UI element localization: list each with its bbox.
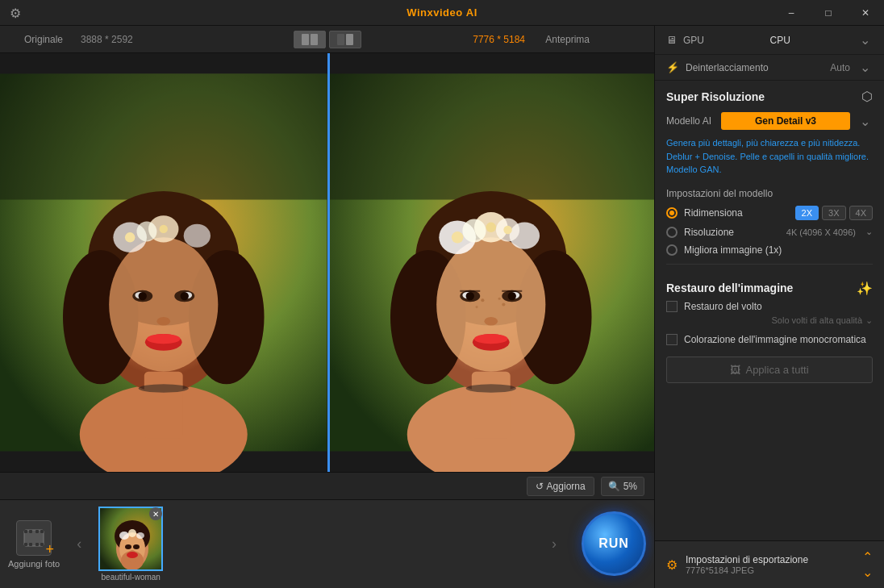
enhanced-panel	[327, 53, 655, 472]
maximize-button[interactable]: □	[810, 0, 847, 26]
export-info: Impostazioni di esportazione 7776*5184 J…	[686, 554, 854, 575]
apply-label: Applica a tutti	[745, 364, 808, 376]
model-dropdown[interactable]: ⌄	[857, 114, 873, 129]
hardware-row: 🖥 GPU CPU ⌄	[655, 26, 884, 55]
export-dims: 7776*5184 JPEG	[686, 565, 854, 575]
svg-point-28	[139, 384, 189, 392]
toggle-split-view[interactable]	[294, 31, 326, 48]
svg-rect-65	[35, 530, 39, 533]
migliora-label: Migliora immagine (1x)	[684, 244, 873, 256]
hardware-dropdown[interactable]: ⌄	[857, 32, 873, 48]
deinterlace-icon: ⚡	[666, 61, 679, 73]
expand-icon[interactable]: ⬡	[861, 89, 873, 104]
risoluzione-radio[interactable]	[666, 227, 678, 238]
deinterlace-label: Deinterlacciamento	[686, 62, 824, 73]
scale-3x-button[interactable]: 3X	[822, 206, 845, 220]
svg-rect-1	[311, 34, 318, 45]
restauro-icon: ✨	[857, 281, 873, 296]
restauro-volto-checkbox[interactable]	[666, 301, 678, 312]
ridimensiona-radio[interactable]	[666, 207, 678, 219]
export-chevron-up[interactable]: ⌃⌄	[862, 549, 873, 580]
filmstrip-thumb-item[interactable]: ✕	[98, 507, 163, 571]
add-photo-icon-box	[16, 520, 52, 556]
svg-point-46	[507, 292, 515, 300]
svg-rect-60	[471, 372, 510, 439]
risoluzione-label: Risoluzione	[684, 227, 767, 238]
deinterlace-row: ⚡ Deinterlacciamento Auto ⌄	[655, 55, 884, 81]
migliora-radio[interactable]	[666, 244, 678, 256]
scale-radio-group: Ridimensiona 2X 3X 4X Risoluzione 4K (40…	[655, 206, 884, 256]
svg-point-26	[160, 225, 168, 233]
image-split-divider[interactable]	[327, 53, 330, 472]
super-ris-header: Super Risoluzione ⬡	[655, 81, 884, 109]
svg-point-59	[503, 226, 511, 234]
viewer-topbar: Originale 3888 * 2592 7776 * 5184 An	[0, 26, 654, 53]
svg-point-25	[125, 232, 135, 242]
risoluzione-arrow: ⌄	[865, 227, 873, 237]
colorazione-checkbox[interactable]	[666, 334, 678, 345]
alta-qualita-label: Solo volti di alta qualità	[666, 315, 862, 325]
svg-rect-64	[29, 530, 32, 533]
filmstrip: Aggiungi foto ‹ ✕	[0, 499, 654, 588]
add-photo-label: Aggiungi foto	[8, 559, 60, 569]
alta-qualita-row: Solo volti di alta qualità ⌄	[655, 312, 884, 329]
section-divider	[666, 264, 873, 265]
svg-rect-48	[502, 290, 522, 292]
svg-point-23	[184, 224, 211, 248]
apply-button[interactable]: 🖼 Applica a tutti	[666, 357, 873, 383]
window-controls: – □ ✕	[773, 0, 884, 26]
filmstrip-next-button[interactable]: ›	[543, 532, 565, 556]
filmstrip-prev-button[interactable]: ‹	[68, 532, 90, 556]
settings-button[interactable]: ⚙	[10, 5, 21, 20]
original-image	[0, 53, 327, 472]
svg-point-81	[128, 529, 136, 537]
gpu-label: GPU	[683, 35, 764, 46]
colorazione-label: Colorazione dell'immagine monocromatica	[684, 334, 866, 345]
svg-point-77	[125, 544, 131, 549]
right-panel: 🖥 GPU CPU ⌄ ⚡ Deinterlacciamento Auto ⌄ …	[654, 26, 884, 588]
app-name: Winxvideo	[407, 6, 462, 19]
filmstrip-thumb-container: ✕	[98, 507, 163, 582]
svg-rect-70	[40, 543, 44, 546]
svg-rect-2	[337, 34, 344, 45]
svg-point-17	[181, 292, 189, 300]
aggiorna-button[interactable]: ↺ Aggiorna	[527, 477, 594, 496]
svg-point-11	[109, 237, 218, 371]
side-icon	[336, 33, 354, 46]
svg-rect-3	[346, 34, 353, 45]
original-dims: 3888 * 2592	[81, 34, 133, 45]
svg-point-18	[156, 317, 170, 325]
svg-point-16	[139, 292, 147, 300]
svg-point-55	[462, 219, 486, 242]
svg-rect-66	[40, 530, 44, 533]
split-icon	[301, 33, 319, 46]
svg-point-57	[451, 231, 463, 244]
toggle-side-view[interactable]	[329, 31, 361, 48]
minimize-button[interactable]: –	[773, 0, 810, 26]
svg-rect-5	[0, 74, 327, 200]
svg-rect-63	[24, 530, 27, 533]
deinterlace-dropdown[interactable]: ⌄	[857, 60, 873, 75]
run-button[interactable]: RUN	[582, 511, 646, 576]
output-dims: 7776 * 5184	[473, 34, 525, 45]
titlebar: ⚙ Winxvideo AI – □ ✕	[0, 0, 884, 26]
model-row: Modello AI Gen Detail v3 ⌄	[655, 109, 884, 136]
risoluzione-value[interactable]: 4K (4096 X 4096)	[774, 227, 857, 237]
zoom-value: 5%	[623, 481, 637, 492]
app-title: Winxvideo AI	[407, 6, 477, 19]
model-select-button[interactable]: Gen Detail v3	[721, 112, 850, 130]
thumb-label: beautiful-woman	[102, 573, 161, 582]
scale-4x-button[interactable]: 4X	[849, 206, 873, 220]
model-description: Genera più dettagli, più chiarezza e più…	[655, 136, 884, 185]
add-photo-area[interactable]: Aggiungi foto	[8, 520, 60, 569]
svg-point-79	[127, 552, 138, 558]
apply-icon: 🖼	[730, 364, 740, 376]
export-title: Impostazioni di esportazione	[686, 554, 854, 565]
export-icon: ⚙	[666, 557, 678, 573]
close-button[interactable]: ✕	[847, 0, 884, 26]
svg-rect-27	[144, 372, 183, 439]
zoom-icon: 🔍	[608, 481, 620, 492]
aggiorna-label: Aggiorna	[547, 481, 586, 492]
scale-2x-button[interactable]: 2X	[795, 206, 819, 220]
deinterlace-value: Auto	[830, 62, 850, 73]
